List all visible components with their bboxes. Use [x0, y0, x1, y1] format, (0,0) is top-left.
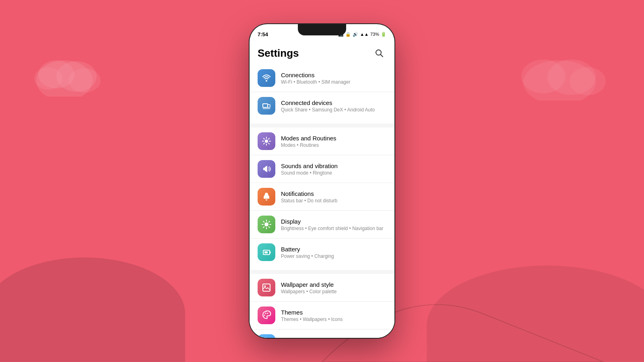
settings-item-modes[interactable]: Modes and Routines Modes • Routines	[250, 128, 394, 155]
notifications-text: Notifications Status bar • Do not distur…	[281, 190, 386, 204]
svg-point-7	[547, 60, 596, 95]
sounds-text: Sounds and vibration Sound mode • Ringto…	[281, 162, 386, 176]
settings-group-1: Connections Wi-Fi • Bluetooth • SIM mana…	[250, 64, 394, 119]
modes-title: Modes and Routines	[281, 135, 386, 142]
modes-icon	[258, 132, 275, 150]
notifications-title: Notifications	[281, 190, 386, 197]
svg-point-4	[34, 67, 62, 90]
settings-item-notifications[interactable]: Notifications Status bar • Do not distur…	[250, 183, 394, 211]
display-icon	[258, 216, 275, 233]
svg-point-11	[266, 80, 267, 82]
modes-subtitle: Modes • Routines	[281, 142, 386, 148]
connected-devices-icon	[258, 97, 275, 115]
volume-icon: 🔊	[353, 32, 358, 37]
svg-point-6	[521, 60, 566, 93]
notifications-icon	[258, 188, 275, 206]
svg-point-0	[36, 60, 93, 97]
phone-device: 7:54 📷 🔒 🔊 ▲▲ 73% 🔋 Settings	[250, 24, 394, 338]
notifications-subtitle: Status bar • Do not disturb	[281, 198, 386, 204]
phone-notch	[298, 24, 346, 35]
settings-list: Connections Wi-Fi • Bluetooth • SIM mana…	[250, 64, 394, 338]
svg-point-26	[267, 313, 268, 314]
page-title: Settings	[258, 47, 299, 60]
sounds-subtitle: Sound mode • Ringtone	[281, 170, 386, 176]
battery-title: Battery	[281, 246, 386, 253]
battery-text: Battery Power saving • Charging	[281, 246, 386, 259]
display-text: Display Brightness • Eye comfort shield …	[281, 218, 386, 231]
display-title: Display	[281, 218, 386, 225]
settings-header: Settings	[250, 41, 394, 64]
wallpaper-title: Wallpaper and style	[281, 281, 386, 288]
themes-icon	[258, 306, 275, 324]
sounds-icon	[258, 160, 275, 178]
sounds-title: Sounds and vibration	[281, 162, 386, 169]
svg-point-15	[265, 140, 268, 143]
themes-text: Themes Themes • Wallpapers • Icons	[281, 309, 386, 322]
svg-marker-16	[265, 166, 267, 172]
connected-devices-title: Connected devices	[281, 99, 386, 106]
wallpaper-icon	[258, 279, 275, 296]
settings-item-themes[interactable]: Themes Themes • Wallpapers • Icons	[250, 302, 394, 329]
svg-point-23	[264, 286, 266, 287]
svg-point-3	[68, 68, 101, 93]
battery-icon-item	[258, 243, 275, 261]
svg-point-25	[265, 313, 266, 314]
modes-text: Modes and Routines Modes • Routines	[281, 135, 386, 148]
settings-item-wallpaper[interactable]: Wallpaper and style Wallpapers • Color p…	[250, 274, 394, 302]
connections-title: Connections	[281, 72, 386, 78]
svg-rect-17	[263, 168, 265, 170]
connections-text: Connections Wi-Fi • Bluetooth • SIM mana…	[281, 72, 386, 85]
status-icons: 📷 🔒 🔊 ▲▲ 73% 🔋	[338, 32, 386, 37]
settings-item-home-screen[interactable]: Home screen	[250, 329, 394, 338]
battery-subtitle: Power saving • Charging	[281, 253, 386, 259]
home-screen-icon	[258, 334, 275, 338]
settings-item-sounds[interactable]: Sounds and vibration Sound mode • Ringto…	[250, 155, 394, 183]
search-button[interactable]	[372, 46, 386, 60]
themes-subtitle: Themes • Wallpapers • Icons	[281, 317, 386, 322]
wallpaper-text: Wallpaper and style Wallpapers • Color p…	[281, 281, 386, 294]
connected-devices-text: Connected devices Quick Share • Samsung …	[281, 99, 386, 113]
settings-group-2: Modes and Routines Modes • Routines	[250, 128, 394, 266]
battery-status: 🔒	[345, 32, 351, 37]
wallpaper-subtitle: Wallpapers • Color palette	[281, 289, 386, 294]
divider-2	[250, 270, 394, 274]
status-time: 7:54	[258, 31, 268, 37]
svg-rect-21	[264, 251, 268, 253]
connections-subtitle: Wi-Fi • Bluetooth • SIM manager	[281, 79, 386, 85]
settings-item-connected-devices[interactable]: Connected devices Quick Share • Samsung …	[250, 92, 394, 119]
settings-item-battery[interactable]: Battery Power saving • Charging	[250, 239, 394, 266]
svg-point-24	[264, 315, 265, 316]
svg-point-18	[264, 222, 268, 226]
connected-devices-subtitle: Quick Share • Samsung DeX • Android Auto	[281, 107, 386, 113]
settings-group-3: Wallpaper and style Wallpapers • Color p…	[250, 274, 394, 338]
svg-rect-12	[263, 104, 268, 107]
divider-1	[250, 123, 394, 128]
battery-icon: 🔋	[381, 32, 386, 37]
display-subtitle: Brightness • Eye comfort shield • Naviga…	[281, 226, 386, 231]
svg-point-8	[570, 67, 606, 95]
settings-item-connections[interactable]: Connections Wi-Fi • Bluetooth • SIM mana…	[250, 64, 394, 92]
svg-rect-20	[270, 251, 271, 253]
themes-title: Themes	[281, 309, 386, 316]
screen: Settings	[250, 41, 394, 338]
svg-rect-22	[263, 284, 270, 291]
svg-line-10	[381, 55, 383, 57]
svg-point-2	[56, 61, 97, 92]
settings-item-display[interactable]: Display Brightness • Eye comfort shield …	[250, 211, 394, 239]
wifi-icon: ▲▲	[360, 32, 369, 37]
svg-point-1	[38, 60, 74, 88]
battery-percent: 73%	[370, 32, 379, 37]
connections-icon	[258, 69, 275, 87]
svg-point-5	[523, 60, 596, 101]
